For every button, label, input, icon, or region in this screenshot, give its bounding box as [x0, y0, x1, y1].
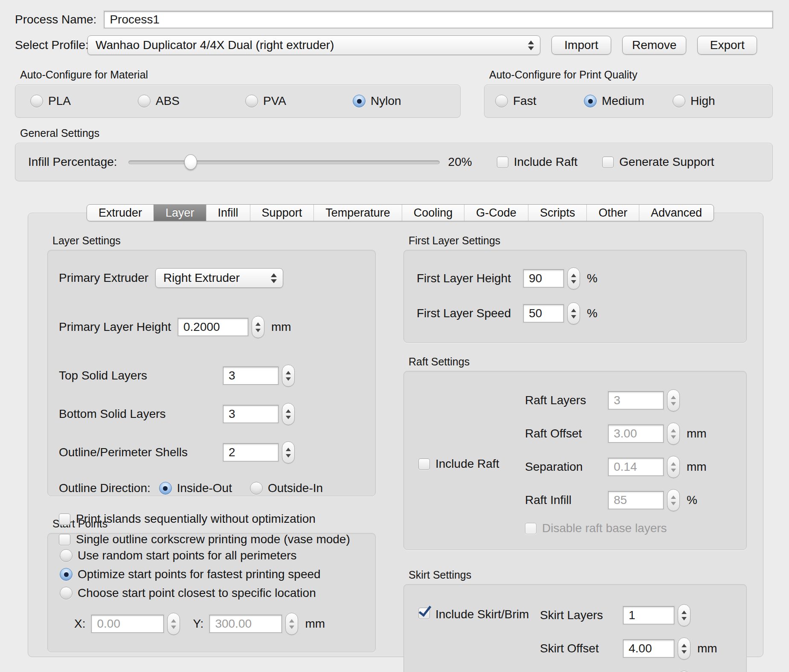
perimeter-shells-input[interactable] — [223, 443, 278, 461]
radio-outside-in[interactable] — [250, 482, 263, 495]
export-button[interactable]: Export — [697, 36, 757, 55]
raft-separation-stepper — [667, 456, 680, 478]
stepper-down-icon — [671, 502, 676, 505]
remove-button[interactable]: Remove — [622, 36, 686, 55]
select-profile-row: Select Profile: Wanhao Duplicator 4/4X D… — [15, 35, 773, 55]
include-skirt-option[interactable]: Include Skirt/Brim — [418, 604, 540, 672]
include-raft-group-label: Include Raft — [435, 457, 499, 471]
radio-fast[interactable] — [495, 95, 508, 107]
stepper-up-icon — [671, 462, 676, 466]
include-raft-option-group[interactable]: Include Raft — [418, 389, 525, 535]
tab-extruder[interactable]: Extruder — [87, 205, 154, 221]
first-layer-height-input[interactable] — [523, 269, 564, 287]
bottom-solid-layers-input[interactable] — [223, 405, 278, 423]
infill-slider-knob[interactable] — [184, 154, 197, 170]
generate-support-checkbox[interactable] — [602, 156, 614, 168]
process-name-input[interactable] — [104, 11, 773, 28]
raft-layers-input — [608, 391, 664, 409]
import-button[interactable]: Import — [551, 36, 611, 55]
radio-option-fast[interactable]: Fast — [495, 94, 584, 108]
generate-support-option[interactable]: Generate Support — [602, 155, 714, 169]
radio-pla[interactable] — [30, 95, 43, 107]
radio-inside-out[interactable] — [159, 482, 172, 495]
xy-unit: mm — [305, 617, 325, 631]
first-layer-speed-stepper[interactable] — [567, 302, 580, 324]
radio-optimize-start-label: Optimize start points for fastest printi… — [78, 568, 321, 581]
material-panel: PLA ABS PVA Nylon — [15, 84, 461, 118]
first-layer-title: First Layer Settings — [409, 235, 747, 247]
radio-option-pva[interactable]: PVA — [245, 94, 353, 108]
skirt-offset-input[interactable] — [623, 640, 674, 658]
top-solid-layers-stepper[interactable] — [282, 365, 295, 387]
radio-abs[interactable] — [138, 95, 151, 107]
radio-option-abs[interactable]: ABS — [138, 94, 245, 108]
radio-medium[interactable] — [584, 95, 597, 107]
radio-option-closest-start[interactable]: Choose start point closest to specific l… — [60, 586, 365, 600]
stepper-up-icon — [682, 644, 687, 647]
vase-mode-checkbox[interactable] — [59, 534, 70, 545]
print-islands-checkbox[interactable] — [59, 513, 70, 525]
radio-option-nylon[interactable]: Nylon — [353, 94, 460, 108]
radio-closest-start[interactable] — [60, 587, 73, 600]
general-panel: Infill Percentage: 20% Include Raft Gene… — [15, 143, 773, 181]
stepper-down-icon — [671, 402, 676, 406]
tab-cooling[interactable]: Cooling — [402, 205, 464, 221]
select-profile-label: Select Profile: — [15, 38, 87, 52]
tab-support[interactable]: Support — [250, 205, 314, 221]
tab-infill[interactable]: Infill — [206, 205, 250, 221]
radio-pva[interactable] — [245, 95, 258, 107]
first-layer-speed-input[interactable] — [523, 304, 564, 322]
tab-advanced[interactable]: Advanced — [639, 205, 714, 221]
raft-fields: Raft Layers Raft Offset — [525, 389, 707, 535]
perimeter-shells-stepper[interactable] — [282, 441, 295, 463]
tab-temperature[interactable]: Temperature — [313, 205, 402, 221]
radio-optimize-start[interactable] — [60, 568, 73, 581]
radio-option-pla[interactable]: PLA — [30, 94, 138, 108]
first-layer-height-stepper[interactable] — [567, 267, 580, 290]
first-layer-height-label: First Layer Height — [417, 272, 523, 285]
primary-layer-height-stepper[interactable] — [252, 316, 264, 338]
stepper-up-icon — [286, 448, 291, 451]
tab-scripts[interactable]: Scripts — [528, 205, 587, 221]
radio-nylon-label: Nylon — [371, 94, 401, 108]
profile-select[interactable]: Wanhao Duplicator 4/4X Dual (right extru… — [87, 35, 540, 55]
first-layer-height-unit: % — [587, 272, 598, 285]
radio-option-high[interactable]: High — [673, 94, 761, 108]
include-raft-option[interactable]: Include Raft — [497, 155, 577, 169]
skirt-layers-input[interactable] — [623, 606, 674, 624]
raft-offset-unit: mm — [687, 427, 707, 440]
primary-layer-height-unit: mm — [271, 320, 291, 334]
primary-extruder-label: Primary Extruder — [59, 271, 148, 285]
general-section: General Settings Infill Percentage: 20% … — [15, 127, 773, 181]
top-solid-layers-input[interactable] — [223, 367, 278, 385]
radio-nylon[interactable] — [353, 95, 365, 107]
stepper-down-icon — [286, 454, 291, 458]
skirt-offset-stepper[interactable] — [678, 637, 690, 660]
tab-gcode[interactable]: G-Code — [464, 205, 528, 221]
include-raft-checkbox[interactable] — [497, 156, 508, 168]
radio-option-inside-out[interactable]: Inside-Out — [159, 481, 232, 495]
radio-random-start[interactable] — [60, 549, 73, 562]
radio-option-random-start[interactable]: Use random start points for all perimete… — [60, 549, 365, 562]
infill-slider[interactable] — [128, 154, 440, 170]
skirt-layers-stepper[interactable] — [678, 604, 690, 626]
include-skirt-checkbox[interactable] — [418, 608, 430, 619]
include-raft-group-checkbox[interactable] — [418, 458, 430, 470]
tab-layer[interactable]: Layer — [154, 205, 206, 221]
bottom-solid-layers-stepper[interactable] — [282, 403, 295, 425]
radio-closest-start-label: Choose start point closest to specific l… — [78, 586, 316, 600]
vase-mode-option[interactable]: Single outline corkscrew printing mode (… — [59, 533, 365, 546]
radio-option-medium[interactable]: Medium — [584, 94, 673, 108]
top-solid-layers-label: Top Solid Layers — [59, 369, 223, 382]
primary-extruder-select[interactable]: Right Extruder — [155, 268, 283, 288]
radio-high[interactable] — [673, 95, 685, 107]
radio-option-optimize-start[interactable]: Optimize start points for fastest printi… — [60, 568, 365, 581]
tab-other[interactable]: Other — [586, 205, 639, 221]
primary-layer-height-input[interactable] — [178, 318, 248, 336]
stepper-down-icon — [671, 435, 676, 439]
infill-slider-track[interactable] — [128, 160, 440, 164]
stepper-down-icon — [286, 416, 291, 419]
radio-option-outside-in[interactable]: Outside-In — [250, 481, 323, 495]
select-arrows-icon — [271, 269, 277, 287]
radio-pla-label: PLA — [48, 94, 71, 108]
